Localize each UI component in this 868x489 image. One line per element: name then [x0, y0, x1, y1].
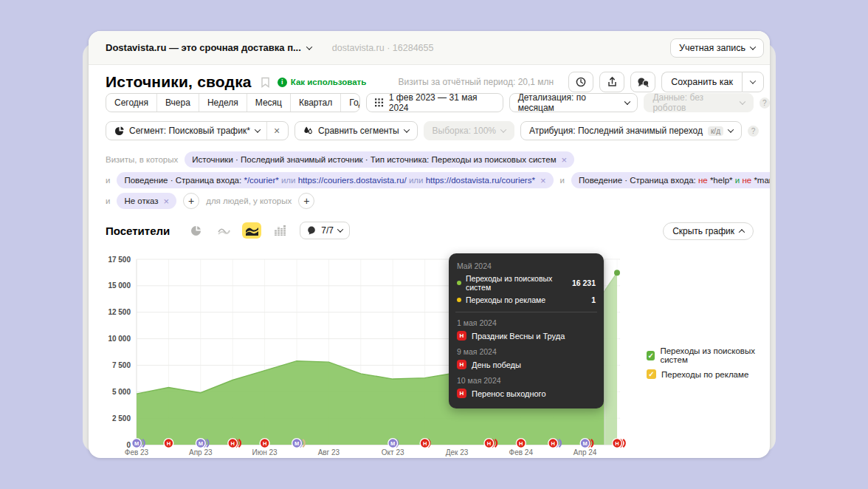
- add-visit-filter-button[interactable]: +: [183, 193, 199, 209]
- chevron-down-icon: [750, 78, 756, 83]
- filter-row-entry-pages: и Поведение · Страница входа: */courier*…: [106, 172, 770, 188]
- period-tab-yesterday[interactable]: Вчера: [157, 94, 199, 112]
- chevron-down-icon: [500, 126, 506, 132]
- tooltip-series-row: Переходы из поисковых систем 16 231: [457, 274, 596, 292]
- svg-text:Н: Н: [263, 440, 266, 447]
- chart-type-line-button[interactable]: [214, 222, 233, 239]
- segment-clear-button[interactable]: ×: [274, 126, 280, 136]
- divider: [266, 122, 267, 140]
- help-icon[interactable]: ?: [748, 126, 759, 137]
- data-mode-dropdown[interactable]: Данные: без роботов: [644, 93, 753, 112]
- period-row: Сегодня Вчера Неделя Месяц Квартал Год 1…: [106, 93, 770, 112]
- svg-text:7 500: 7 500: [112, 361, 131, 369]
- chart-type-columns-button[interactable]: [270, 222, 289, 239]
- section-title: Посетители: [106, 225, 170, 237]
- compare-segments-dropdown[interactable]: Сравнить сегменты: [294, 121, 418, 140]
- hide-chart-button[interactable]: Скрыть график: [663, 222, 754, 240]
- period-tab-month[interactable]: Месяц: [247, 94, 291, 112]
- save-as-button[interactable]: Сохранить как: [661, 72, 742, 92]
- hide-chart-label: Скрыть график: [672, 226, 734, 236]
- svg-text:17 500: 17 500: [108, 256, 131, 264]
- chevron-down-icon: [740, 98, 745, 104]
- calendar-grid-icon: [375, 98, 383, 107]
- legend-label: Переходы по рекламе: [661, 370, 748, 379]
- bookmark-icon[interactable]: [261, 77, 270, 88]
- series-dot-green: [457, 281, 461, 285]
- detail-dropdown[interactable]: Детализация: по месяцам: [509, 93, 638, 112]
- account-button-label: Учетная запись: [679, 43, 745, 53]
- visitors-section-header: Посетители 7/7: [106, 222, 350, 239]
- tooltip-title: Май 2024: [457, 261, 596, 270]
- date-range-label: 1 фев 2023 — 31 мая 2024: [389, 92, 495, 113]
- svg-text:0: 0: [126, 441, 131, 449]
- report-header: Источники, сводка i Как использовать Виз…: [106, 71, 764, 93]
- chip-remove-button[interactable]: ×: [164, 196, 170, 206]
- legend-item-ads[interactable]: ✓ Переходы по рекламе: [647, 369, 770, 379]
- chart-type-pie-button[interactable]: [186, 222, 205, 239]
- chevron-down-icon: [728, 126, 734, 132]
- svg-text:Н: Н: [487, 440, 491, 447]
- holiday-name: Перенос выходного: [472, 389, 546, 398]
- export-button[interactable]: [599, 72, 624, 92]
- chevron-up-icon: [739, 229, 745, 235]
- filter-chip-text: Не отказ: [124, 196, 158, 205]
- period-tab-quarter[interactable]: Квартал: [291, 94, 341, 112]
- droplets-icon: [303, 126, 313, 136]
- detail-label: Детализация: по месяцам: [518, 92, 620, 113]
- segment-row: Сегмент: Поисковый трафик* × Сравнить се…: [106, 121, 759, 140]
- column-chart-icon: [275, 225, 286, 236]
- holiday-name: Праздник Весны и Труда: [472, 332, 565, 341]
- visits-in-which-label: Визиты, в которых: [106, 155, 178, 164]
- holiday-date: 1 мая 2024: [457, 318, 596, 327]
- svg-text:Н: Н: [167, 440, 170, 447]
- filter-chip-source-type[interactable]: Источники · Последний значимый источник …: [185, 151, 574, 168]
- how-to-use-label: Как использовать: [291, 78, 367, 86]
- segment-dropdown[interactable]: Сегмент: Поисковый трафик* ×: [106, 121, 289, 140]
- and-label: и: [106, 196, 110, 205]
- period-tab-today[interactable]: Сегодня: [106, 94, 157, 112]
- sampling-dropdown[interactable]: Выборка: 100%: [424, 121, 514, 140]
- chip-remove-button[interactable]: ×: [562, 155, 568, 165]
- holiday-row: Н Перенос выходного: [457, 389, 596, 398]
- holiday-date: 10 мая 2024: [457, 376, 596, 385]
- chart-legend: ✓ Переходы из поисковых систем ✓ Переход…: [647, 346, 770, 379]
- annotations-dropdown[interactable]: 7/7: [300, 222, 350, 239]
- series-name: Переходы из поисковых систем: [466, 274, 568, 292]
- segment-label: Сегмент: Поисковый трафик*: [129, 126, 250, 136]
- save-as-menu-button[interactable]: [742, 72, 764, 92]
- speech-bubbles-icon: [637, 77, 650, 88]
- counter-title: Dostavista.ru — это срочная доставка п..…: [106, 42, 301, 53]
- period-tab-week[interactable]: Неделя: [199, 94, 247, 112]
- holiday-icon: Н: [457, 389, 466, 398]
- filter-row-no-bounce: и Не отказ × + для людей, у которых +: [106, 193, 314, 209]
- save-as-label: Сохранить как: [671, 77, 733, 87]
- help-icon[interactable]: ?: [760, 98, 770, 109]
- svg-text:М: М: [582, 440, 587, 447]
- pie-chart-icon: [190, 225, 202, 236]
- filter-chip-exclude-pages[interactable]: Поведение · Страница входа: не *help* и …: [571, 172, 770, 188]
- svg-text:М: М: [199, 440, 203, 447]
- period-tab-year[interactable]: Год: [341, 94, 360, 112]
- annotations-count: 7/7: [321, 225, 334, 236]
- date-range-button[interactable]: 1 фев 2023 — 31 мая 2024: [366, 93, 503, 112]
- clock-icon: [575, 76, 587, 88]
- tooltip-divider: [455, 312, 597, 312]
- chip-remove-button[interactable]: ×: [540, 176, 546, 185]
- chart-type-area-button[interactable]: [242, 222, 261, 239]
- counter-selector[interactable]: Dostavista.ru — это срочная доставка п..…: [106, 42, 311, 53]
- filter-chip-entry-pages[interactable]: Поведение · Страница входа: */courier* и…: [117, 172, 553, 188]
- history-button[interactable]: [568, 72, 593, 92]
- holiday-name: День победы: [472, 360, 521, 369]
- filter-chip-no-bounce[interactable]: Не отказ ×: [117, 193, 176, 209]
- comments-button[interactable]: [630, 72, 655, 92]
- how-to-use-link[interactable]: i Как использовать: [278, 78, 367, 87]
- holiday-icon: Н: [457, 360, 466, 369]
- checkbox-checked-icon: ✓: [647, 369, 656, 379]
- svg-text:5 000: 5 000: [112, 388, 131, 396]
- series-name: Переходы по рекламе: [466, 295, 587, 304]
- legend-item-search[interactable]: ✓ Переходы из поисковых систем: [647, 346, 770, 364]
- account-button[interactable]: Учетная запись: [670, 38, 764, 58]
- attribution-dropdown[interactable]: Атрибуция: Последний значимый переход к/…: [520, 121, 742, 140]
- add-people-filter-button[interactable]: +: [298, 193, 314, 209]
- filter-row-sources: Визиты, в которых Источники · Последний …: [106, 151, 574, 168]
